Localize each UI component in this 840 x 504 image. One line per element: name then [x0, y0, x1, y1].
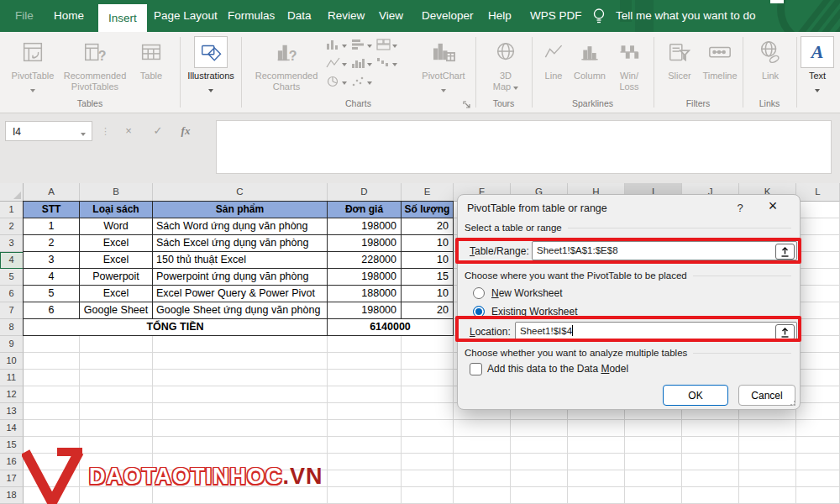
cell-E4[interactable]: 10 — [401, 251, 454, 269]
cell-E1[interactable]: Số lượng — [401, 201, 454, 218]
hierarchy-chart-icon[interactable] — [376, 39, 397, 50]
tell-me-box[interactable]: Tell me what you want to do — [616, 0, 756, 32]
cell-C7[interactable]: Google Sheet ứng dụng văn phòng — [152, 302, 328, 319]
row-header-14[interactable]: 14 — [0, 420, 24, 437]
tab-page-layout[interactable]: Page Layout — [154, 0, 218, 32]
cell-B7[interactable]: Google Sheet — [79, 302, 153, 319]
enter-entry-icon[interactable]: ✓ — [147, 121, 169, 141]
tab-data[interactable]: Data — [287, 0, 312, 32]
insert-function-icon[interactable]: fx — [175, 121, 197, 141]
tab-help[interactable]: Help — [488, 0, 512, 32]
cell-A6[interactable]: 5 — [23, 285, 80, 302]
ribbon-button-text[interactable]: AText — [800, 35, 835, 109]
waterfall-chart-icon[interactable] — [376, 57, 397, 69]
row-header-18[interactable]: 18 — [0, 487, 24, 504]
cell-E7[interactable]: 20 — [401, 302, 454, 319]
name-box[interactable]: I4 — [5, 121, 92, 141]
tab-home[interactable]: Home — [54, 0, 84, 32]
tab-formulas[interactable]: Formulas — [228, 0, 275, 32]
row-header-9[interactable]: 9 — [0, 336, 24, 353]
row-header-6[interactable]: 6 — [0, 286, 24, 302]
name-box-dropdown-icon[interactable] — [81, 133, 86, 136]
data-model-checkbox[interactable] — [470, 363, 482, 375]
row-header-7[interactable]: 7 — [0, 302, 24, 319]
ribbon-button-illustrations[interactable]: Illustrations — [183, 35, 239, 109]
scatter-chart-icon[interactable] — [351, 76, 372, 87]
line-chart-icon[interactable] — [326, 57, 347, 69]
row-header-15[interactable]: 15 — [0, 437, 24, 454]
cell-B3[interactable]: Excel — [79, 234, 153, 252]
cell-D1[interactable]: Đơn giá — [327, 201, 402, 218]
tab-insert[interactable]: Insert — [98, 4, 147, 32]
formula-bar-input[interactable] — [216, 120, 832, 174]
cell-A5[interactable]: 4 — [23, 268, 80, 286]
row-header-1[interactable]: 1 — [0, 202, 24, 218]
cell-D2[interactable]: 198000 — [327, 218, 402, 235]
cell-E2[interactable]: 20 — [401, 218, 454, 235]
dialog-resize-grip[interactable] — [789, 399, 795, 406]
cell-E5[interactable]: 15 — [401, 268, 454, 286]
tab-view[interactable]: View — [379, 0, 403, 32]
cell-A7[interactable]: 6 — [23, 302, 80, 319]
cell-C2[interactable]: Sách Word ứng dụng văn phòng — [152, 218, 328, 235]
row-header-3[interactable]: 3 — [0, 235, 24, 252]
cell-C4[interactable]: 150 thủ thuật Excel — [152, 251, 328, 269]
column-header-D[interactable]: D — [328, 183, 402, 202]
cell-C6[interactable]: Excel Power Query & Power Pivot — [152, 285, 328, 302]
dialog-close-icon[interactable]: × — [762, 197, 784, 215]
cell-E3[interactable]: 10 — [401, 234, 454, 252]
cell-B4[interactable]: Excel — [79, 251, 153, 269]
radio-new-worksheet[interactable]: New Worksheet — [473, 287, 562, 299]
cell-B6[interactable]: Excel — [79, 285, 153, 302]
cell-E6[interactable]: 10 — [401, 285, 454, 302]
cell-A3[interactable]: 2 — [23, 234, 80, 252]
cell-D6[interactable]: 188000 — [327, 285, 402, 302]
cell-B2[interactable]: Word — [79, 218, 153, 235]
cell-C5[interactable]: Powerpoint ứng dụng văn phòng — [152, 268, 328, 286]
cell-C1[interactable]: Sản phẩm — [152, 201, 328, 218]
cell-D5[interactable]: 198000 — [327, 268, 402, 286]
radio-circle-icon[interactable] — [473, 287, 485, 299]
column-header-L[interactable]: L — [796, 183, 840, 202]
dialog-help-button[interactable]: ? — [732, 202, 748, 214]
row-header-17[interactable]: 17 — [0, 470, 24, 487]
tab-developer[interactable]: Developer — [422, 0, 474, 32]
cell-A8-total-label[interactable]: TỔNG TIỀN — [23, 318, 328, 336]
column-chart-icon[interactable] — [326, 39, 347, 50]
row-header-2[interactable]: 2 — [0, 218, 24, 235]
column-header-A[interactable]: A — [24, 183, 80, 202]
cell-A1[interactable]: STT — [23, 201, 80, 218]
tab-review[interactable]: Review — [328, 0, 365, 32]
charts-dialog-launcher-icon[interactable] — [463, 97, 471, 113]
histogram-chart-icon[interactable] — [351, 57, 372, 69]
cancel-entry-icon[interactable]: × — [118, 121, 139, 141]
tab-wps-pdf[interactable]: WPS PDF — [530, 0, 582, 32]
pie-chart-icon[interactable] — [326, 76, 347, 87]
row-header-10[interactable]: 10 — [0, 353, 24, 370]
row-header-13[interactable]: 13 — [0, 403, 24, 420]
cell-D4[interactable]: 228000 — [327, 251, 402, 269]
group-label-charts: Charts — [241, 98, 475, 110]
cancel-button[interactable]: Cancel — [738, 385, 795, 406]
tab-file[interactable]: File — [15, 0, 34, 32]
row-header-4[interactable]: 4 — [0, 252, 24, 269]
row-header-11[interactable]: 11 — [0, 370, 24, 386]
row-header-8[interactable]: 8 — [0, 319, 24, 336]
row-header-5[interactable]: 5 — [0, 269, 24, 286]
column-header-C[interactable]: C — [153, 183, 328, 202]
cell-A4[interactable]: 3 — [23, 251, 80, 269]
select-all-corner[interactable] — [0, 183, 24, 202]
row-header-16[interactable]: 16 — [0, 454, 24, 470]
bar-chart-icon[interactable] — [351, 39, 372, 50]
cell-B5[interactable]: Powerpoit — [79, 268, 153, 286]
cell-D7[interactable]: 198000 — [327, 302, 402, 319]
cell-D8-total-value[interactable]: 6140000 — [327, 318, 454, 336]
column-header-B[interactable]: B — [80, 183, 153, 202]
cell-C3[interactable]: Sách Excel ứng dụng văn phòng — [152, 234, 328, 252]
row-header-12[interactable]: 12 — [0, 386, 24, 403]
column-header-E[interactable]: E — [402, 183, 454, 202]
cell-D3[interactable]: 198000 — [327, 234, 402, 252]
cell-A2[interactable]: 1 — [23, 218, 80, 235]
ok-button[interactable]: OK — [663, 385, 728, 406]
cell-B1[interactable]: Loại sách — [79, 201, 153, 218]
